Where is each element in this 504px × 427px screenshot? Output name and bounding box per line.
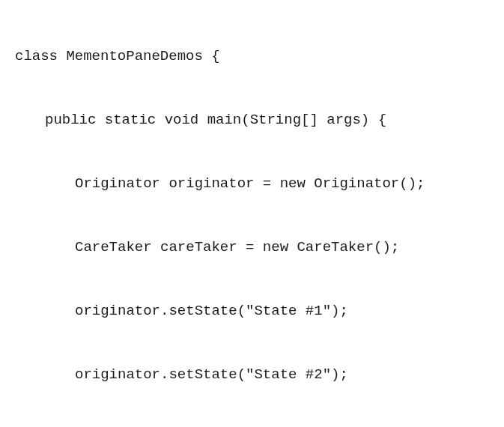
code-line-2: public static void main(String[] args) {	[15, 113, 489, 127]
code-line-6: originator.setState("State #2");	[15, 368, 489, 382]
code-line-5: originator.setState("State #1");	[15, 304, 489, 318]
code-line-1: class MementoPaneDemos {	[15, 49, 489, 64]
code-block: class MementoPaneDemos { public static v…	[15, 21, 489, 427]
code-line-4: CareTaker careTaker = new CareTaker();	[15, 240, 489, 255]
code-line-3: Originator originator = new Originator()…	[15, 177, 489, 191]
